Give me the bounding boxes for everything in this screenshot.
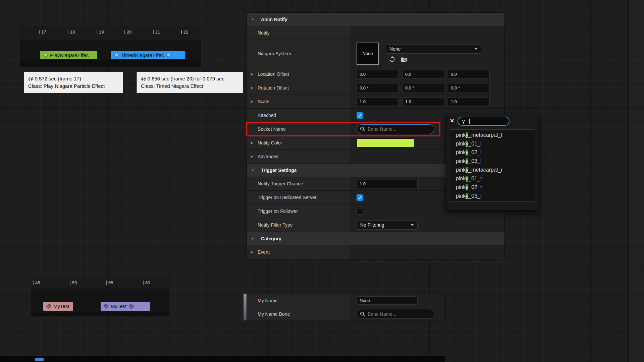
frame-tick: 55 [108,281,113,285]
triangle-right-icon[interactable] [251,100,258,103]
row-label: Advanced [258,154,278,159]
scale-y-field[interactable]: 1.0 [402,98,444,106]
triangle-right-icon[interactable] [251,72,258,76]
notify-color-swatch[interactable] [357,138,414,147]
triangle-down-icon[interactable] [251,169,258,172]
chevron-down-icon [474,48,478,50]
row-label: Rotation Offset [258,85,289,90]
frame-tick: 60 [145,281,150,285]
trigger-on-dedicated-server-checkbox[interactable] [357,194,363,201]
section-category[interactable]: Category [247,232,504,245]
notify-handle-icon[interactable] [43,53,48,58]
location-offset-y-field[interactable]: 0.0 [402,70,444,78]
row-rotation-offset: Rotation Offset 0.0 ° 0.0 ° 0.0 ° [247,81,504,95]
search-icon [360,126,365,132]
notify-handle-icon[interactable] [114,53,119,58]
niagara-asset-thumbnail[interactable]: None [357,43,379,65]
notify-mytest-1[interactable]: MyTest [43,302,73,311]
notify-lane[interactable]: PlayNiagaraEffec TimedNiagaraEffec [20,41,201,67]
row-label: Notify Filter Type [258,222,293,228]
bone-option[interactable]: pinky_01_l [450,139,535,148]
socket-name-search[interactable] [357,124,434,134]
search-icon [360,311,365,317]
bone-option[interactable]: pinky_01_r [450,174,535,183]
row-label: Attached [258,113,276,118]
my-name-panel: My Name None My Name Bone [247,294,445,321]
scale-z-field[interactable]: 1.0 [448,98,490,106]
location-offset-x-field[interactable]: 0.0 [357,70,398,78]
row-label: Trigger on Follower [258,208,298,214]
trigger-on-follower-checkbox[interactable] [357,208,363,215]
notify-play-niagara-effect[interactable]: PlayNiagaraEffec [40,51,97,59]
frame-tick: 22 [183,30,188,34]
row-location-offset: Location Offset 0.0 0.0 0.0 [247,67,504,81]
tooltip-time: @ 0.656 sec (frame 20) for 0.079 sec [141,75,239,82]
browse-to-asset-icon[interactable] [400,56,408,63]
notify-trigger-chance-field[interactable]: 1.0 [357,180,418,188]
notify-filter-type-dropdown[interactable]: No Filtering [357,220,418,230]
frame-tick: 18 [70,30,75,34]
location-offset-z-field[interactable]: 0.0 [448,70,490,78]
notify-lane[interactable]: MyTest MyTest [31,289,169,316]
notify-handle-icon[interactable] [104,304,109,309]
rotation-offset-y-field[interactable]: 0.0 ° [402,84,444,92]
timeline-ruler[interactable]: 17 18 19 20 21 22 [20,26,201,41]
notify-handle-icon[interactable] [166,53,171,58]
canvas-background: { "colors": { "focus_blue": "#2e8fe0", "… [0,0,644,362]
section-anim-notify[interactable]: Anim Notify [247,13,504,26]
niagara-asset-dropdown[interactable]: None [386,44,481,54]
triangle-down-icon[interactable] [251,237,258,240]
triangle-right-icon[interactable] [251,86,258,89]
notify-label: MyTest [52,303,70,309]
row-my-name-bone: My Name Bone [247,307,444,321]
notify-mytest-2[interactable]: MyTest [101,302,150,311]
my-name-bone-input[interactable] [368,311,431,317]
socket-name-input[interactable] [368,126,431,132]
horizontal-scrollbar[interactable] [0,356,445,362]
frame-tick: 50 [72,281,77,285]
use-selected-asset-icon[interactable] [388,56,396,63]
my-name-field[interactable]: None [357,296,418,305]
bone-filter-input[interactable] [462,118,469,124]
row-label: My Name [258,298,278,303]
bone-option[interactable]: pinky_02_l [450,148,535,157]
notify-handle-icon[interactable] [128,304,134,309]
rotation-offset-x-field[interactable]: 0.0 ° [357,84,398,92]
frame-tick: 21 [155,30,160,34]
row-label: Notify [258,30,270,36]
my-name-bone-search[interactable] [357,309,434,319]
notify-track-bottom: 45 50 55 60 MyTest MyTest [31,278,169,316]
close-icon[interactable]: × [450,117,454,124]
triangle-down-icon[interactable] [251,18,258,21]
frame-tick: 20 [127,30,131,34]
bone-option[interactable]: pinky_02_r [450,183,535,192]
row-label: My Name Bone [258,311,290,317]
notify-label: TimedNiagaraEffec [120,52,165,58]
scale-x-field[interactable]: 1.0 [357,98,398,106]
timeline-ruler[interactable]: 45 50 55 60 [31,278,169,289]
row-label: Event [258,249,270,255]
bone-option[interactable]: pinky_03_r [450,192,535,200]
frame-tick: 19 [99,30,104,34]
bone-option[interactable]: pinky_metacarpal_r [450,166,535,174]
bone-option[interactable]: pinky_metacarpal_l [450,131,535,139]
rotation-offset-z-field[interactable]: 0.0 ° [448,84,490,92]
notify-handle-icon[interactable] [46,304,52,309]
row-selection-accent [244,294,247,320]
row-label: Notify Color [258,140,282,145]
bone-suggestion-list: pinky_metacarpal_l pinky_01_l pinky_02_l… [450,129,535,202]
row-notify: Notify [247,26,504,40]
triangle-right-icon[interactable] [251,155,258,158]
chevron-down-icon [411,224,414,226]
section-title: Trigger Settings [261,168,297,173]
bone-option[interactable]: pinky_03_l [450,157,535,166]
triangle-right-icon[interactable] [251,141,258,144]
tooltip-class: Class: Timed Niagara Effect [141,82,239,90]
triangle-right-icon[interactable] [251,250,258,254]
scrollbar-thumb[interactable] [35,358,44,361]
notify-timed-niagara-effect[interactable]: TimedNiagaraEffec [111,51,185,59]
section-title: Category [261,236,281,241]
row-event: Event [247,245,504,259]
bone-filter-field[interactable] [458,117,509,126]
attached-checkbox[interactable] [357,112,363,119]
